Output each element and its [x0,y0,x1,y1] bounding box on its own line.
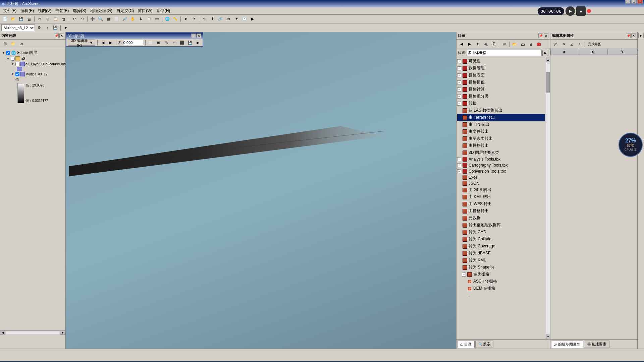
location-input[interactable] [467,50,542,56]
cat-view-btn[interactable]: ⊞ [500,41,508,48]
cat-item-visibility[interactable]: + 可见性 [457,58,545,65]
catalog-close-btn[interactable]: ✕ [544,34,548,38]
cat-adddb-btn[interactable]: 🗃 [519,41,526,48]
content-tb3[interactable]: 🗂 [17,41,25,47]
props-tb1[interactable]: 🖊 [552,41,559,48]
cat-item-rastercalc[interactable]: + 栅格计算 [457,86,545,93]
add-data-btn[interactable]: ➕ [89,16,96,22]
cat-item-from-terrain[interactable]: 由 Terrain 转出 [457,114,545,121]
menu-customize[interactable]: 自定义(C) [114,7,136,14]
cat-item-to-raster[interactable]: − 转为栅格 [457,271,545,278]
tree-a3-layer3d[interactable]: ▼ a3_Layer3DToFeatureClass [1,61,64,67]
scroll-track[interactable] [6,331,59,334]
menu-view[interactable]: 视图(V) [36,7,53,14]
cat-item-to-coverage[interactable]: 转为 Coverage [457,243,545,250]
scroll-right-btn[interactable]: ▶ [60,331,65,335]
cat-item-from-kml[interactable]: 由 KML 转出 [457,193,545,200]
cat-scroll-thumb[interactable] [546,72,550,93]
checkbox-scene[interactable] [6,51,10,55]
cat-forward-btn[interactable]: ▶ [466,41,473,48]
menu-bookmark[interactable]: 书签(B) [53,7,71,14]
globe-btn[interactable]: 🌐 [164,16,171,22]
cat-item-rasterinterp[interactable]: + 栅格插值 [457,79,545,86]
cat-item-convtools[interactable]: − Conversion Tools.tbx [457,168,545,174]
cat-scroll-track[interactable] [546,62,550,334]
zoom-extent-btn[interactable]: ⊞ [145,16,153,22]
paste-btn[interactable]: 📋 [52,16,59,22]
editor-3d-mode-dropdown[interactable]: 3D 编辑器(R) ▼ [68,40,95,46]
more1-btn[interactable]: ▶ [249,16,256,22]
save-btn[interactable]: 💾 [17,16,25,22]
checkbox-a3[interactable] [11,57,15,61]
menu-window[interactable]: 窗口(W) [136,7,154,14]
editor-icon2[interactable]: ⊞ [155,39,162,46]
layer-props-btn[interactable]: ⚙ [36,24,43,31]
layer-dropdown[interactable]: Multipa_a3_L2 [1,24,35,31]
editor-icon6[interactable]: 💾 [187,39,193,46]
cat-addtoolbox-btn[interactable]: 🧰 [535,41,542,48]
editor-z-input[interactable] [123,40,143,45]
editor-next-btn[interactable]: ▶ [108,39,114,46]
props-tb2[interactable]: ✕ [560,41,567,48]
catalog-tab-catalog[interactable]: 🗂 目录 [457,341,475,348]
minimize-button[interactable]: — [625,0,631,4]
cat-item-from-file[interactable]: 由文件转出 [457,128,545,135]
navigate-btn[interactable]: ➤ [182,16,190,22]
cursor-btn[interactable]: ↖ [201,16,208,22]
cat-item-datamanage[interactable]: + 数据管理 [457,65,545,72]
catalog-pin-btn[interactable]: 📌 [538,34,543,38]
maximize-button[interactable]: □ [631,0,637,4]
cat-item-excel[interactable]: Excel [457,174,545,180]
identify-btn[interactable]: 🔍 [97,16,104,22]
tree-multipa[interactable]: ▼ Multipa_a3_L2 [1,71,64,77]
cat-item-to-shapefile[interactable]: 转为 Shapefile [457,264,545,271]
editor-icon4[interactable]: ↔ [171,39,177,46]
zoom-in-btn[interactable]: 🔎 [121,16,128,22]
editor-prev-btn[interactable]: ◀ [100,39,106,46]
cat-item-from-raster2[interactable]: 由栅格转出 [457,207,545,215]
right-strip-btn1[interactable]: ▶ [638,33,644,38]
delete-btn[interactable]: 🗑 [60,16,67,22]
copy-btn[interactable]: ⎘ [44,16,51,22]
cat-item-json[interactable]: JSON [457,180,545,186]
menu-geoprocess[interactable]: 地理处理(G) [88,7,114,14]
menu-select[interactable]: 选择(S) [71,7,88,14]
props-close-btn[interactable]: ✕ [631,34,636,38]
location-go-btn[interactable]: ▶ [542,50,548,56]
tree-scene-layer[interactable]: ▼ 🌐 Scene 图层 [1,50,64,56]
info-btn[interactable]: ℹ [209,16,216,22]
cat-item-from-gps[interactable]: 由 GPS 转出 [457,186,545,193]
cat-item-from-wfs[interactable]: 由 WFS 转出 [457,200,545,207]
cat-item-ascii-raster[interactable]: ASCII 转栅格 [457,278,545,285]
time-btn[interactable]: 🕐 [241,16,248,22]
select-btn[interactable]: ▦ [105,16,112,22]
undo-btn[interactable]: ↩ [70,16,78,22]
cat-item-to-cad[interactable]: 转为 CAD [457,229,545,236]
editor-icon5[interactable]: ⬛ [179,39,185,46]
measure-btn[interactable]: 📏 [172,16,179,22]
cat-addserver-btn[interactable]: 🖥 [527,41,534,48]
menu-file[interactable]: 文件(F) [1,7,18,14]
catalog-vscrollbar[interactable]: ▲ ▼ [546,57,550,339]
close-button[interactable]: ✕ [637,0,643,4]
cat-item-from-raster[interactable]: 由栅格转出 [457,142,545,149]
play-button[interactable]: ▶ [566,6,575,16]
tree-a3[interactable]: ▼ a3 [1,56,64,61]
props-tab-sketch[interactable]: 🖊 编辑草图属性 [551,341,583,348]
cat-item-cartography[interactable]: + Cartography Tools.tbx [457,162,545,168]
swipe-btn[interactable]: ⇔ [225,16,232,22]
cat-item-from-tin[interactable]: 由 TIN 转出 [457,121,545,128]
editor-icon7[interactable]: ▶ [195,39,201,46]
cat-item-from-las[interactable]: 从 LAS 数据集转出 [457,107,545,114]
menu-help[interactable]: 帮助(H) [155,7,172,14]
menu-edit[interactable]: 编辑(E) [18,7,36,14]
cat-item-convert[interactable]: − 转换 [457,100,545,107]
layer-save-btn[interactable]: 💾 [52,24,59,31]
cat-connect-btn[interactable]: 🔌 [482,41,489,48]
cat-addfolder-btn[interactable]: 📂 [511,41,518,48]
zoom-out-btn[interactable]: ➖ [153,16,161,22]
stop-button[interactable]: ■ [576,6,586,16]
cat-item-to-gdb[interactable]: 转出至地理数据库 [457,222,545,229]
effects-btn[interactable]: ✦ [233,16,240,22]
props-finish-btn[interactable]: 完成草图 [586,41,603,48]
